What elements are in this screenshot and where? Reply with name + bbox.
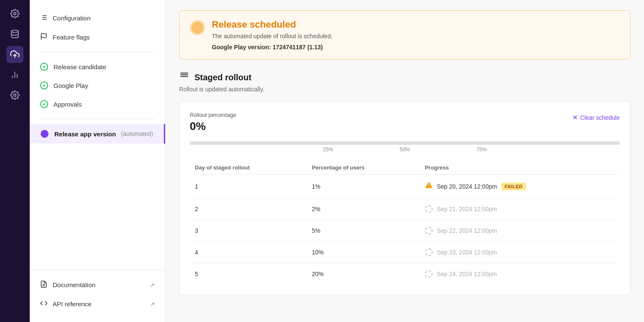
col-header-percentage: Percentage of users [307,161,419,175]
table-row: 520%Sep 24, 2024 12:00pm [190,263,620,285]
svg-point-6 [14,94,16,96]
progress-cell-1: Sep 21, 2024 12:00pm [425,205,615,213]
gear-nav-icon[interactable] [6,87,23,104]
rollout-percentage-value: 0% [190,120,236,133]
list-icon [40,14,48,23]
settings-nav-icon[interactable] [6,5,23,22]
sidebar-item-google-play-label: Google Play [53,82,88,89]
check-icon-release-candidate [40,62,48,71]
sidebar-item-release-candidate[interactable]: Release candidate [30,57,165,76]
pending-icon [425,249,433,256]
banner-content: Release scheduled The automated update o… [212,19,332,51]
date-text-1: Sep 21, 2024 12:00pm [437,206,497,212]
svg-point-0 [14,12,16,15]
staged-rollout-subtitle: Rollout is updated automatically. [179,86,630,93]
database-nav-icon[interactable] [6,25,23,42]
rollout-table: Day of staged rollout Percentage of user… [190,161,620,285]
table-cell-progress-0: Sep 20, 2024 12:00pmFAILED [420,175,620,198]
code-icon [40,299,48,308]
banner-version-label: Google Play version: [212,44,271,51]
divider-1 [40,52,155,52]
table-cell-percentage-0: 1% [307,175,419,198]
pending-icon [425,270,433,278]
rollout-card-header: Rollout percentage 0% ✕ Clear schedule [190,112,620,133]
rollout-card: Rollout percentage 0% ✕ Clear schedule 2… [179,101,630,295]
rollout-percentage-label: Rollout percentage [190,112,236,118]
sidebar-item-configuration[interactable]: Configuration [30,8,165,28]
table-cell-day-0: 1 [190,175,307,198]
date-text-4: Sep 24, 2024 12:00pm [437,271,497,277]
pending-icon [425,227,433,234]
divider-2 [40,119,155,119]
sidebar-item-google-play[interactable]: Google Play [30,76,165,95]
sidebar-item-release-badge: (automated) [121,130,153,137]
sidebar-item-api-reference[interactable]: API reference ↗ [30,294,165,314]
table-cell-day-2: 3 [190,220,307,242]
table-cell-percentage-4: 20% [307,263,419,285]
nav-sidebar: Configuration Feature flags Release cand… [30,0,166,322]
table-row: 11%Sep 20, 2024 12:00pmFAILED [190,175,620,198]
col-header-day: Day of staged rollout [190,161,307,175]
table-cell-day-1: 2 [190,198,307,220]
doc-left: Documentation [40,280,96,289]
table-row: 35%Sep 22, 2024 12:00pm [190,220,620,242]
nav-bottom: Documentation ↗ API reference ↗ [30,270,165,314]
clear-schedule-x-icon: ✕ [572,113,578,121]
doc-icon [40,280,48,289]
icon-sidebar [0,0,30,322]
banner-version: Google Play version: 1724741187 (1.13) [212,44,332,51]
check-icon-approvals [40,100,48,108]
sidebar-item-release-app-version[interactable]: Release app version (automated) [30,124,165,144]
progress-label-25: 25% [190,147,333,153]
failed-badge-0: FAILED [501,183,526,190]
date-text-3: Sep 23, 2024 12:00pm [437,249,497,256]
date-text-0: Sep 20, 2024 12:00pm [437,183,497,190]
sidebar-item-approvals-label: Approvals [53,101,82,108]
table-cell-day-3: 4 [190,242,307,263]
progress-label-50: 50% [333,147,477,153]
sidebar-item-documentation[interactable]: Documentation ↗ [30,275,165,294]
sidebar-item-release-label: Release app version [54,130,116,138]
table-cell-percentage-1: 2% [307,198,419,220]
table-cell-progress-3: Sep 23, 2024 12:00pm [420,242,620,263]
sidebar-item-feature-flags[interactable]: Feature flags [30,28,165,47]
main-content: Release scheduled The automated update o… [166,0,644,322]
upload-nav-icon[interactable] [6,46,23,63]
rollout-percentage-block: Rollout percentage 0% [190,112,236,133]
table-row: 410%Sep 23, 2024 12:00pm [190,242,620,263]
clear-schedule-button[interactable]: ✕ Clear schedule [572,112,620,123]
sidebar-item-approvals[interactable]: Approvals [30,95,165,113]
progress-cell-2: Sep 22, 2024 12:00pm [425,227,615,234]
table-cell-percentage-2: 5% [307,220,419,242]
date-text-2: Sep 22, 2024 12:00pm [437,227,497,234]
progress-bar-container: 25% 50% 75% [190,141,620,153]
progress-cell-4: Sep 24, 2024 12:00pm [425,270,615,278]
banner-title: Release scheduled [212,19,332,30]
warning-icon [425,181,433,191]
sidebar-item-release-candidate-label: Release candidate [53,63,106,71]
api-left: API reference [40,299,92,308]
banner-half-moon-icon [190,20,205,35]
staged-rollout-icon [179,71,189,83]
staged-rollout-header: Staged rollout [179,71,630,83]
chart-nav-icon[interactable] [6,66,23,83]
staged-rollout-title: Staged rollout [194,73,251,82]
table-row: 22%Sep 21, 2024 12:00pm [190,198,620,220]
sidebar-item-configuration-label: Configuration [53,14,90,22]
banner-version-value: 1724741187 (1.13) [273,44,323,51]
col-header-progress: Progress [420,161,620,175]
banner-description: The automated update of rollout is sched… [212,33,332,40]
flag-icon [40,33,48,42]
external-link-icon-doc: ↗ [150,282,155,288]
sidebar-documentation-label: Documentation [53,281,96,288]
progress-track [190,141,620,145]
progress-cell-3: Sep 23, 2024 12:00pm [425,249,615,256]
svg-point-1 [11,30,19,33]
release-banner: Release scheduled The automated update o… [179,10,630,59]
check-icon-google-play [40,81,48,90]
progress-label-75: 75% [476,147,620,153]
svg-point-21 [191,22,203,34]
table-cell-percentage-3: 10% [307,242,419,263]
table-cell-progress-2: Sep 22, 2024 12:00pm [420,220,620,242]
progress-labels: 25% 50% 75% [190,147,620,153]
